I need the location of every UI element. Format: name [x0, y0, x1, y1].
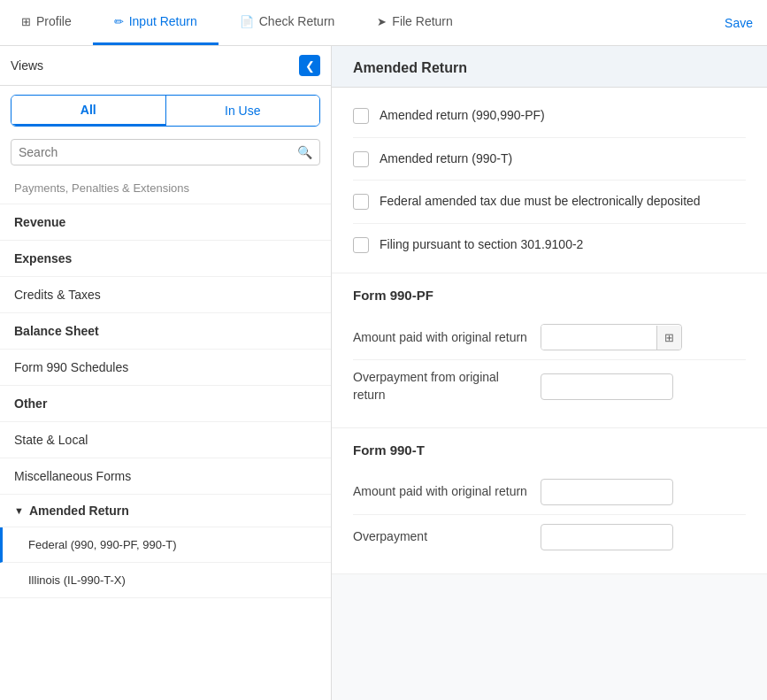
checkbox-label-amended-990pf: Amended return (990,990-PF) — [380, 107, 545, 125]
tab-profile-label: Profile — [36, 14, 72, 28]
tab-input-return[interactable]: ✏ Input Return — [93, 0, 219, 45]
form-group-amount-paid-990pf: Amount paid with original return ⊞ — [353, 315, 746, 360]
sidebar-item-miscellaneous-forms[interactable]: Miscellaneous Forms — [0, 458, 331, 495]
amount-paid-990pf-input[interactable] — [541, 325, 656, 350]
views-label: Views — [11, 58, 43, 73]
form-input-wrapper-amount-990pf: ⊞ — [541, 324, 682, 350]
section-title: Amended Return — [332, 46, 767, 88]
checkbox-amended-990t[interactable] — [353, 151, 369, 167]
sidebar-item-other[interactable]: Other — [0, 386, 331, 422]
form-990t-title: Form 990-T — [353, 442, 746, 458]
sidebar-header: Views ❮ — [0, 46, 331, 86]
sidebar-item-amended-return[interactable]: ▼ Amended Return — [0, 495, 331, 527]
overpayment-990pf-input[interactable] — [541, 373, 673, 400]
form-990t-section: Form 990-T Amount paid with original ret… — [332, 428, 767, 574]
tab-file-return-label: File Return — [392, 14, 452, 28]
checkbox-label-federal-amended-tax: Federal amended tax due must be electron… — [380, 193, 701, 211]
chevron-left-icon: ❮ — [305, 59, 315, 73]
tab-profile[interactable]: ⊞ Profile — [0, 0, 93, 45]
form-990pf-title: Form 990-PF — [353, 288, 746, 303]
payments-nav-item[interactable]: Payments, Penalties & Extensions — [0, 173, 331, 204]
collapse-sidebar-button[interactable]: ❮ — [299, 55, 320, 76]
checkbox-federal-amended-tax[interactable] — [353, 194, 369, 210]
sidebar: Views ❮ All In Use 🔍 Payments, Penalties… — [0, 46, 332, 700]
checkbox-label-amended-990t: Amended return (990-T) — [380, 150, 512, 168]
nav-list: Payments, Penalties & Extensions Revenue… — [0, 173, 331, 700]
checkbox-amended-990pf[interactable] — [353, 108, 369, 124]
checkbox-label-filing-301: Filing pursuant to section 301.9100-2 — [380, 236, 583, 254]
amount-paid-990t-input[interactable] — [541, 479, 673, 505]
sidebar-item-balance-sheet[interactable]: Balance Sheet — [0, 313, 331, 350]
form-label-overpayment-990pf: Overpayment from original return — [353, 369, 530, 404]
form-label-overpayment-990t: Overpayment — [353, 528, 530, 546]
form-group-amount-paid-990t: Amount paid with original return — [353, 470, 746, 515]
checkbox-filing-301[interactable] — [353, 237, 369, 253]
form-label-amount-paid-990pf: Amount paid with original return — [353, 329, 530, 347]
overpayment-990t-input[interactable] — [541, 524, 673, 550]
sidebar-item-credits-taxes[interactable]: Credits & Taxes — [0, 277, 331, 313]
form-label-amount-paid-990t: Amount paid with original return — [353, 483, 530, 501]
tab-file-return[interactable]: ➤ File Return — [356, 0, 473, 45]
checkbox-group: Amended return (990,990-PF) Amended retu… — [332, 88, 767, 273]
document-icon: 📄 — [240, 15, 254, 28]
search-box: 🔍 — [11, 139, 320, 165]
form-group-overpayment-990pf: Overpayment from original return — [353, 360, 746, 412]
checkbox-row-federal-amended-tax: Federal amended tax due must be electron… — [353, 181, 746, 224]
send-icon: ➤ — [377, 15, 387, 28]
toggle-all-button[interactable]: All — [12, 96, 166, 126]
form-990pf-section: Form 990-PF Amount paid with original re… — [332, 273, 767, 427]
profile-icon: ⊞ — [21, 15, 31, 28]
calculator-icon[interactable]: ⊞ — [656, 326, 681, 350]
form-group-overpayment-990t: Overpayment — [353, 515, 746, 559]
sidebar-item-revenue[interactable]: Revenue — [0, 204, 331, 241]
tab-check-return[interactable]: 📄 Check Return — [219, 0, 357, 45]
amended-return-section: Amended Return Amended return (990,990-P… — [332, 46, 767, 574]
chevron-down-icon: ▼ — [14, 505, 24, 516]
view-toggle-group: All In Use — [11, 95, 320, 127]
edit-icon: ✏ — [114, 15, 124, 28]
sidebar-item-form-990-schedules[interactable]: Form 990 Schedules — [0, 350, 331, 386]
content-area: Amended Return Amended return (990,990-P… — [332, 46, 767, 700]
sidebar-item-state-local[interactable]: State & Local — [0, 422, 331, 458]
sidebar-item-expenses[interactable]: Expenses — [0, 241, 331, 277]
sidebar-item-federal[interactable]: Federal (990, 990-PF, 990-T) — [0, 527, 331, 563]
checkbox-row-amended-990t: Amended return (990-T) — [353, 138, 746, 181]
top-navigation: ⊞ Profile ✏ Input Return 📄 Check Return … — [0, 0, 767, 46]
main-layout: Views ❮ All In Use 🔍 Payments, Penalties… — [0, 46, 767, 700]
search-input[interactable] — [19, 145, 292, 159]
save-button[interactable]: Save — [710, 16, 767, 30]
search-icon: 🔍 — [297, 145, 312, 159]
amended-return-label: Amended Return — [29, 504, 129, 518]
checkbox-row-filing-301: Filing pursuant to section 301.9100-2 — [353, 224, 746, 266]
sidebar-item-illinois[interactable]: Illinois (IL-990-T-X) — [0, 563, 331, 598]
tab-check-return-label: Check Return — [259, 14, 335, 28]
toggle-in-use-button[interactable]: In Use — [166, 96, 320, 126]
checkbox-row-amended-990pf: Amended return (990,990-PF) — [353, 95, 746, 138]
tab-input-return-label: Input Return — [129, 14, 197, 28]
